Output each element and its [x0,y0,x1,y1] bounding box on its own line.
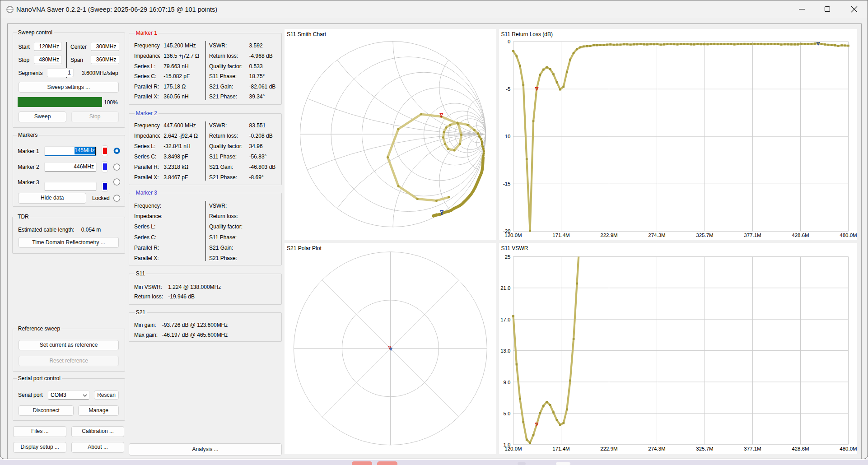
svg-text:13.0: 13.0 [500,348,510,353]
svg-text:120.0M: 120.0M [504,232,522,238]
svg-text:25: 25 [504,254,510,259]
svg-text:377.1M: 377.1M [744,232,761,238]
svg-text:274.3M: 274.3M [648,232,665,238]
svg-text:222.9M: 222.9M [600,232,617,238]
svg-text:480.0M: 480.0M [840,232,857,238]
svg-text:21.0: 21.0 [500,285,510,291]
svg-text:-10: -10 [503,134,510,139]
svg-text:5.0: 5.0 [503,411,510,416]
svg-text:325.7M: 325.7M [696,446,713,451]
svg-text:9.0: 9.0 [503,379,510,385]
svg-text:222.9M: 222.9M [600,446,617,451]
svg-text:-15: -15 [503,181,510,186]
svg-text:325.7M: 325.7M [696,232,713,238]
svg-text:171.4M: 171.4M [552,232,569,238]
svg-text:17.0: 17.0 [500,316,510,322]
svg-text:274.3M: 274.3M [648,446,665,451]
svg-text:428.6M: 428.6M [792,446,809,451]
svg-text:428.6M: 428.6M [792,232,809,238]
svg-text:-5: -5 [506,86,510,92]
svg-text:171.4M: 171.4M [552,446,569,451]
svg-text:480.0M: 480.0M [840,446,857,451]
svg-text:0: 0 [508,39,510,44]
svg-text:377.1M: 377.1M [744,446,761,451]
svg-text:120.0M: 120.0M [504,446,522,451]
